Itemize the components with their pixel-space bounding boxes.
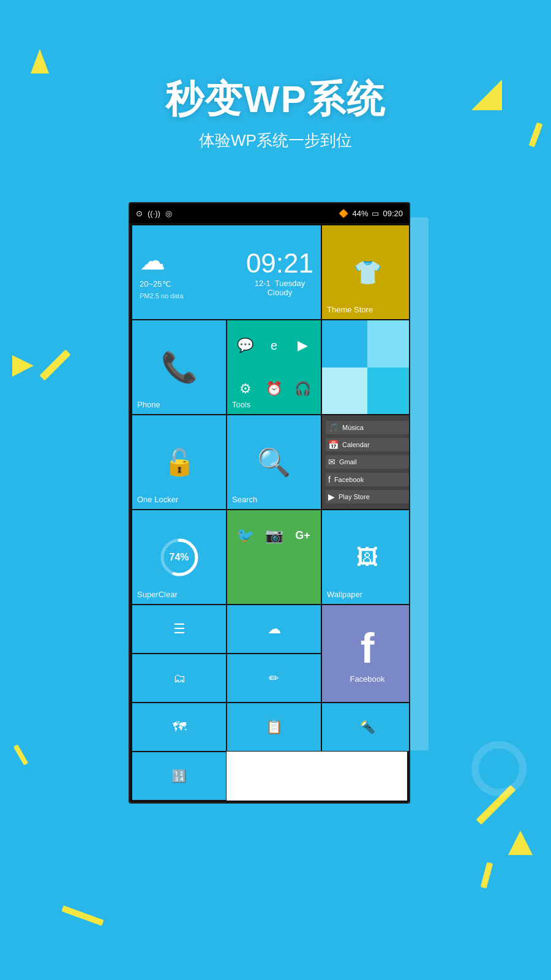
svg-marker-3	[508, 831, 533, 855]
calendar-icon: 📅	[328, 440, 339, 450]
tile-notes[interactable]: 📋	[227, 703, 321, 752]
wifi-icon: ((·))	[148, 209, 160, 218]
notes-icon: 📋	[266, 719, 282, 735]
phone-label: Phone	[137, 400, 160, 409]
chat-icon: 💬	[232, 325, 258, 366]
cloud-icon: ☁	[140, 246, 165, 276]
headphone-icon: 🎧	[290, 369, 316, 410]
tile-phone[interactable]: 📞 Phone	[132, 320, 227, 415]
fb-icon: f	[328, 475, 331, 484]
tile-files[interactable]: 🗂	[132, 654, 227, 703]
shirt-icon: 👕	[353, 259, 382, 286]
alarm-icon: ⏰	[261, 369, 287, 410]
weather-pm: PM2.5 no data	[140, 292, 184, 300]
play-icon: ▶	[328, 492, 335, 502]
wallpaper-label: Wallpaper	[327, 590, 362, 599]
tile-hamburger[interactable]: ☰	[132, 605, 227, 654]
lock-icon: 🔓	[163, 447, 195, 477]
weather-condition: Cloudy	[246, 288, 313, 297]
app-row-facebook: f Facebook	[326, 473, 409, 486]
theme-store-label: Theme Store	[327, 305, 373, 314]
progress-circle: 74%	[158, 536, 201, 579]
svg-marker-2	[12, 355, 34, 377]
svg-marker-0	[31, 49, 49, 74]
status-left-icons: ⊙ ((·)) ◎	[136, 209, 172, 218]
calculator-icon: 🔢	[171, 769, 187, 783]
app-music-name: Música	[342, 424, 364, 431]
weather-left: ☁ 20~25℃ PM2.5 no data	[140, 246, 184, 300]
page-title-main: 秒变WP系统	[0, 74, 551, 125]
superclear-label: SuperClear	[137, 590, 178, 599]
circle-icon: ⊙	[136, 209, 143, 218]
app-fb-name: Facebook	[334, 476, 364, 483]
app-row-gmail: ✉ Gmail	[326, 455, 409, 469]
weather-time: 09:21	[246, 248, 313, 279]
tile-mosaic[interactable]	[321, 320, 410, 415]
app-calendar-name: Calendar	[342, 441, 370, 448]
tile-calculator[interactable]: 🔢	[132, 752, 227, 801]
map-icon: 🗺	[173, 719, 186, 735]
location-icon: ◎	[165, 209, 172, 218]
app-row-play: ▶ Play Store	[326, 490, 409, 503]
locker-label: One Locker	[137, 495, 178, 504]
search-label: Search	[232, 495, 257, 504]
weather-temp: 20~25℃	[140, 279, 171, 288]
gplus-icon: G+	[290, 515, 316, 556]
flashlight-icon: 🔦	[360, 720, 375, 734]
tile-one-locker[interactable]: 🔓 One Locker	[132, 415, 227, 510]
tools-label: Tools	[232, 400, 250, 409]
tile-map[interactable]: 🗺	[132, 703, 227, 752]
tile-search[interactable]: 🔍 Search	[227, 415, 321, 510]
tile-tools[interactable]: 💬 e ▶ ⚙ ⏰ 🎧 Tools	[227, 320, 321, 415]
phone-frame: ⊙ ((·)) ◎ 🔶 44% ▭ 09:20 ☁ 20~25℃ PM2.5 n…	[129, 202, 410, 804]
tile-superclear[interactable]: 74% SuperClear	[132, 510, 227, 605]
tile-social[interactable]: 🐦 📷 G+	[227, 510, 321, 605]
status-time: 09:20	[383, 209, 403, 218]
weather-date: 12-1 Tuesday	[246, 279, 313, 288]
cloud-small-icon: ☁	[268, 621, 281, 637]
tile-weather[interactable]: ☁ 20~25℃ PM2.5 no data 09:21 12-1 Tuesda…	[132, 225, 321, 320]
tile-cloud[interactable]: ☁	[227, 605, 321, 654]
app-gmail-name: Gmail	[339, 458, 357, 466]
tile-flashlight[interactable]: 🔦	[321, 703, 410, 752]
tile-theme-store[interactable]: 👕 Theme Store	[321, 225, 410, 320]
wallpaper-icon: 🖼	[356, 545, 378, 570]
tile-facebook[interactable]: f Facebook	[321, 605, 410, 703]
facebook-icon: f	[361, 624, 375, 672]
phone-icon: 📞	[161, 350, 198, 385]
apps-list: 🎵 Música 📅 Calendar ✉ Gmail f Facebook	[322, 415, 410, 509]
instagram-icon: 📷	[261, 515, 287, 556]
app-row-calendar: 📅 Calendar	[326, 438, 409, 451]
weather-right: 09:21 12-1 Tuesday Cloudy	[246, 248, 313, 297]
social-grid: 🐦 📷 G+	[227, 510, 321, 604]
phone-mockup: ⊙ ((·)) ◎ 🔶 44% ▭ 09:20 ☁ 20~25℃ PM2.5 n…	[129, 202, 422, 804]
battery-pct: 44%	[352, 209, 368, 218]
tile-wallpaper[interactable]: 🖼 Wallpaper	[321, 510, 410, 605]
progress-text: 74%	[169, 552, 189, 563]
app-row-music: 🎵 Música	[326, 421, 409, 434]
mosaic-grid	[322, 320, 410, 414]
ie-icon: e	[261, 325, 287, 366]
battery-icon: ▭	[372, 209, 379, 218]
app-grid: ☁ 20~25℃ PM2.5 no data 09:21 12-1 Tuesda…	[130, 223, 409, 802]
files-icon: 🗂	[173, 671, 186, 685]
edit-icon: ✏	[269, 671, 279, 685]
tile-edit[interactable]: ✏	[227, 654, 321, 703]
music-icon: 🎵	[328, 423, 339, 432]
video-icon: ▶	[290, 325, 316, 366]
tile-apps-mosaic[interactable]: 🎵 Música 📅 Calendar ✉ Gmail f Facebook	[321, 415, 410, 510]
search-icon: 🔍	[257, 447, 291, 478]
status-bar: ⊙ ((·)) ◎ 🔶 44% ▭ 09:20	[130, 203, 409, 223]
status-right-info: 🔶 44% ▭ 09:20	[339, 209, 403, 218]
signal-icon: 🔶	[339, 209, 348, 218]
page-title-sub: 体验WP系统一步到位	[0, 130, 551, 151]
gmail-icon: ✉	[328, 457, 335, 467]
app-play-name: Play Store	[339, 493, 370, 500]
menu-icon: ☰	[173, 621, 186, 637]
facebook-label: Facebook	[350, 674, 384, 684]
twitter-icon: 🐦	[232, 515, 258, 556]
